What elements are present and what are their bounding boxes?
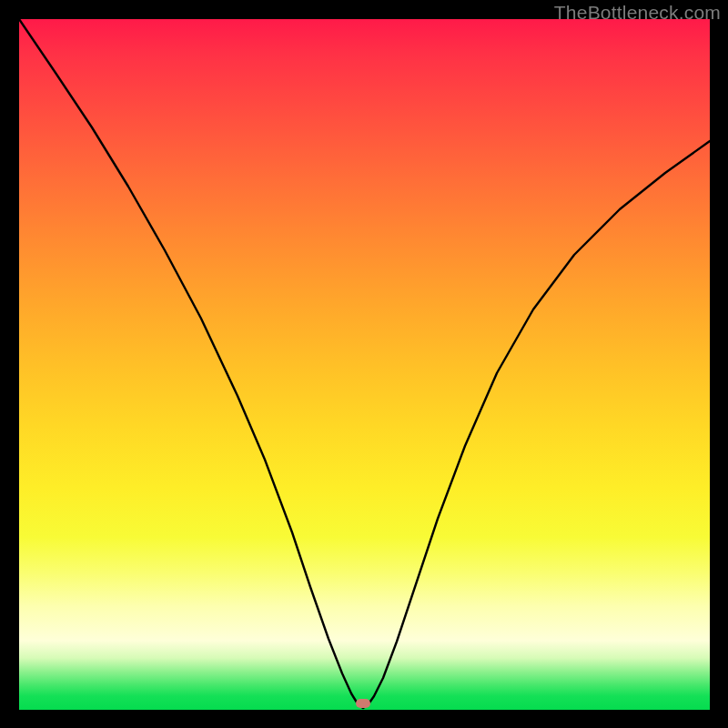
gradient-plot-area [19, 19, 710, 710]
watermark-text: TheBottleneck.com [554, 2, 721, 24]
chart-stage: TheBottleneck.com [0, 0, 728, 728]
curve-svg [19, 19, 710, 710]
bottleneck-curve [19, 19, 710, 708]
optimal-point-marker [356, 699, 370, 708]
